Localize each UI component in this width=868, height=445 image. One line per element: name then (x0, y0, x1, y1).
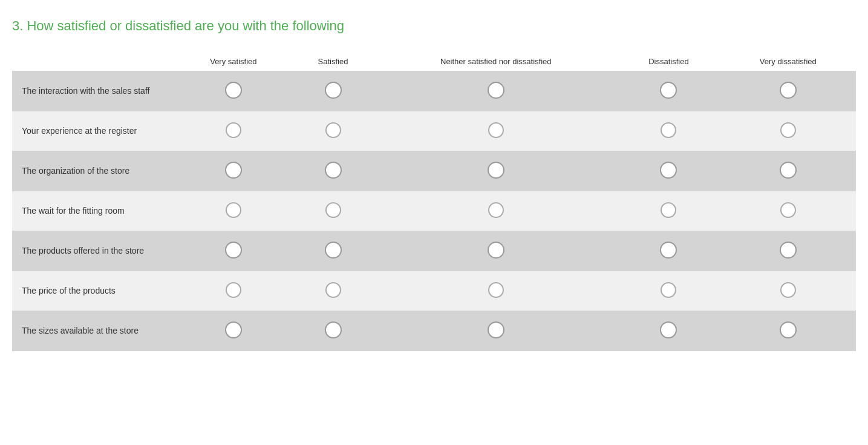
radio-cell-dissatisfied (617, 311, 720, 351)
table-row: The interaction with the sales staff (12, 71, 856, 111)
radio-cell-dissatisfied (617, 111, 720, 151)
col-header-very-dissatisfied: Very dissatisfied (720, 52, 856, 71)
radio-very-dissatisfied[interactable] (780, 122, 796, 138)
radio-cell-neither (374, 271, 617, 311)
radio-cell-very-satisfied (175, 71, 292, 111)
radio-neither[interactable] (488, 202, 504, 218)
radio-neither[interactable] (488, 82, 504, 99)
radio-very-dissatisfied[interactable] (780, 282, 796, 298)
row-label: The products offered in the store (12, 231, 175, 271)
radio-cell-dissatisfied (617, 231, 720, 271)
col-header-satisfied: Satisfied (292, 52, 375, 71)
radio-dissatisfied[interactable] (660, 82, 677, 99)
radio-cell-satisfied (292, 111, 375, 151)
radio-satisfied[interactable] (325, 282, 341, 298)
radio-very-dissatisfied[interactable] (780, 202, 796, 218)
radio-dissatisfied[interactable] (660, 242, 677, 259)
radio-satisfied[interactable] (325, 122, 341, 138)
radio-cell-neither (374, 71, 617, 111)
table-row: The price of the products (12, 271, 856, 311)
col-header-label (12, 52, 175, 71)
row-label: The wait for the fitting room (12, 191, 175, 231)
radio-dissatisfied[interactable] (660, 162, 677, 179)
table-row: The wait for the fitting room (12, 191, 856, 231)
radio-cell-satisfied (292, 311, 375, 351)
radio-satisfied[interactable] (325, 202, 341, 218)
row-label: The price of the products (12, 271, 175, 311)
radio-cell-dissatisfied (617, 71, 720, 111)
col-header-dissatisfied: Dissatisfied (617, 52, 720, 71)
radio-cell-very-satisfied (175, 311, 292, 351)
radio-cell-neither (374, 311, 617, 351)
radio-very-satisfied[interactable] (225, 162, 242, 179)
radio-very-dissatisfied[interactable] (780, 162, 797, 179)
col-header-neither: Neither satisfied nor dissatisfied (374, 52, 617, 71)
radio-very-dissatisfied[interactable] (780, 321, 797, 338)
radio-neither[interactable] (488, 122, 504, 138)
radio-neither[interactable] (488, 282, 504, 298)
radio-very-dissatisfied[interactable] (780, 242, 797, 259)
radio-satisfied[interactable] (325, 321, 342, 338)
radio-cell-satisfied (292, 231, 375, 271)
radio-very-satisfied[interactable] (226, 282, 241, 298)
table-row: Your experience at the register (12, 111, 856, 151)
radio-cell-satisfied (292, 151, 375, 191)
radio-dissatisfied[interactable] (661, 282, 676, 298)
survey-table: Very satisfied Satisfied Neither satisfi… (12, 52, 856, 351)
radio-cell-very-satisfied (175, 231, 292, 271)
radio-cell-dissatisfied (617, 191, 720, 231)
radio-cell-very-dissatisfied (720, 151, 856, 191)
page-title: 3. How satisfied or dissatisfied are you… (12, 12, 856, 40)
radio-cell-satisfied (292, 271, 375, 311)
radio-dissatisfied[interactable] (661, 202, 676, 218)
radio-cell-dissatisfied (617, 271, 720, 311)
radio-cell-neither (374, 151, 617, 191)
radio-cell-neither (374, 111, 617, 151)
radio-very-dissatisfied[interactable] (780, 82, 797, 99)
radio-cell-very-dissatisfied (720, 111, 856, 151)
radio-very-satisfied[interactable] (226, 202, 241, 218)
radio-cell-satisfied (292, 71, 375, 111)
table-row: The organization of the store (12, 151, 856, 191)
radio-neither[interactable] (488, 242, 504, 259)
radio-satisfied[interactable] (325, 82, 342, 99)
radio-cell-dissatisfied (617, 151, 720, 191)
row-label: The sizes available at the store (12, 311, 175, 351)
radio-cell-very-satisfied (175, 151, 292, 191)
radio-neither[interactable] (488, 162, 504, 179)
radio-cell-satisfied (292, 191, 375, 231)
col-header-very-satisfied: Very satisfied (175, 52, 292, 71)
radio-dissatisfied[interactable] (661, 122, 676, 138)
table-row: The products offered in the store (12, 231, 856, 271)
radio-cell-very-dissatisfied (720, 191, 856, 231)
radio-cell-very-satisfied (175, 271, 292, 311)
radio-cell-very-satisfied (175, 111, 292, 151)
table-row: The sizes available at the store (12, 311, 856, 351)
radio-cell-very-dissatisfied (720, 271, 856, 311)
radio-dissatisfied[interactable] (660, 321, 677, 338)
radio-satisfied[interactable] (325, 242, 342, 259)
radio-very-satisfied[interactable] (225, 242, 242, 259)
radio-cell-neither (374, 231, 617, 271)
radio-cell-very-satisfied (175, 191, 292, 231)
radio-cell-very-dissatisfied (720, 311, 856, 351)
radio-very-satisfied[interactable] (226, 122, 241, 138)
table-header-row: Very satisfied Satisfied Neither satisfi… (12, 52, 856, 71)
radio-neither[interactable] (488, 321, 504, 338)
radio-very-satisfied[interactable] (225, 82, 242, 99)
row-label: The organization of the store (12, 151, 175, 191)
radio-satisfied[interactable] (325, 162, 342, 179)
radio-very-satisfied[interactable] (225, 321, 242, 338)
row-label: The interaction with the sales staff (12, 71, 175, 111)
radio-cell-very-dissatisfied (720, 71, 856, 111)
radio-cell-very-dissatisfied (720, 231, 856, 271)
row-label: Your experience at the register (12, 111, 175, 151)
radio-cell-neither (374, 191, 617, 231)
